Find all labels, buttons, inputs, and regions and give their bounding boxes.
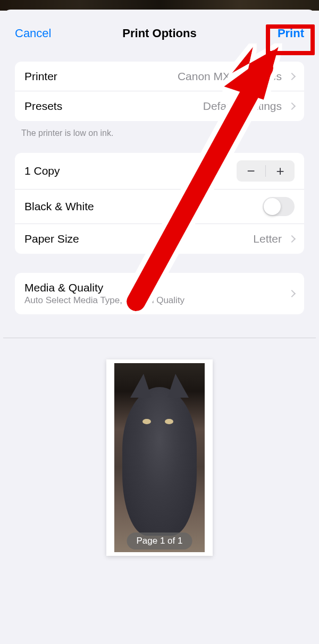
media-quality-row[interactable]: Media & Quality Auto Select Media Type, …	[15, 273, 304, 314]
ink-warning-footnote: The printer is low on ink.	[21, 128, 298, 138]
chevron-right-icon	[288, 290, 296, 297]
print-options-sheet: Cancel Print Options Print Printer Canon…	[3, 10, 316, 644]
printer-row[interactable]: Printer Canon MX490 series	[15, 62, 304, 91]
bw-toggle[interactable]	[263, 197, 295, 216]
paper-size-row[interactable]: Paper Size Letter	[15, 224, 304, 254]
preview-image	[114, 363, 205, 552]
toggle-knob	[264, 198, 281, 215]
copies-stepper: − +	[237, 160, 295, 182]
copies-row: 1 Copy − +	[15, 153, 304, 190]
media-quality-label: Media & Quality	[24, 281, 285, 294]
presets-row[interactable]: Presets Default Settings	[15, 91, 304, 121]
bw-label: Black & White	[24, 200, 94, 213]
black-white-row: Black & White	[15, 190, 304, 224]
stepper-plus-button[interactable]: +	[266, 160, 295, 182]
chevron-right-icon	[288, 102, 296, 110]
page-title: Print Options	[63, 27, 256, 40]
cancel-button[interactable]: Cancel	[15, 27, 63, 40]
copies-label: 1 Copy	[24, 165, 60, 177]
chevron-right-icon	[288, 72, 296, 80]
annotation-highlight-box	[266, 24, 315, 55]
chevron-right-icon	[288, 235, 296, 243]
paper-size-label: Paper Size	[24, 233, 79, 245]
paper-size-value: Letter	[79, 233, 285, 245]
media-quality-sub: Auto Select Media Type, Normal Quality	[24, 295, 285, 306]
preview-page[interactable]: Page 1 of 1	[106, 359, 213, 556]
options-group: 1 Copy − + Black & White Paper Size Lett…	[15, 153, 304, 254]
page-indicator-badge: Page 1 of 1	[127, 533, 192, 549]
preview-section: Page 1 of 1	[3, 338, 316, 556]
printer-group: Printer Canon MX490 series Presets Defau…	[15, 62, 304, 121]
background-thumbnails	[0, 0, 319, 11]
presets-value: Default Settings	[62, 100, 285, 113]
presets-label: Presets	[24, 100, 62, 113]
media-quality-group: Media & Quality Auto Select Media Type, …	[15, 273, 304, 314]
stepper-minus-button[interactable]: −	[237, 160, 265, 182]
printer-value: Canon MX490 series	[57, 70, 285, 83]
printer-label: Printer	[24, 70, 57, 83]
